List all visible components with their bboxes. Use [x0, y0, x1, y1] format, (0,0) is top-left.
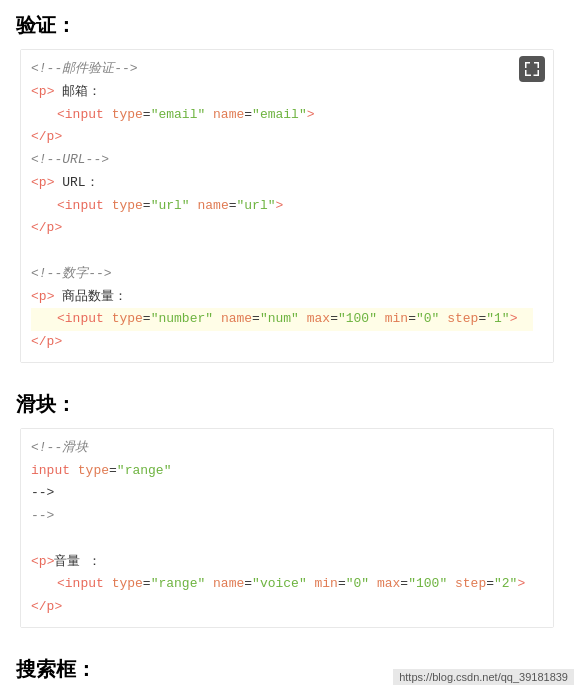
code-line: <p> URL： — [31, 172, 533, 195]
tag-name: p — [39, 84, 47, 99]
tag-close: > — [307, 107, 315, 122]
slider-section: 滑块： <!--滑块 input type="range" --> --> <p… — [0, 379, 574, 636]
code-content: <!--邮件验证--> <p> 邮箱： <input type="email" … — [21, 50, 553, 362]
code-line: <p> 商品数量： — [31, 286, 533, 309]
code-line: </p> — [31, 126, 533, 149]
code-line: <input type="url" name="url"> — [31, 195, 533, 218]
code-line: --> — [31, 505, 533, 528]
validation-code-block: <!--邮件验证--> <p> 邮箱： <input type="email" … — [20, 49, 554, 363]
tag-bracket: < — [57, 107, 65, 122]
comment-text: <!--邮件验证--> — [31, 61, 138, 76]
code-line: input type="range" — [31, 460, 533, 483]
code-line: <!--数字--> — [31, 263, 533, 286]
code-line: </p> — [31, 331, 533, 354]
expand-icon — [524, 61, 540, 77]
code-line: <input type="range" name="voice" min="0"… — [31, 573, 533, 596]
slider-code-block: <!--滑块 input type="range" --> --> <p>音量 … — [20, 428, 554, 628]
code-line: <input type="email" name="email"> — [31, 104, 533, 127]
validation-section: 验证： <!--邮件验证--> <p> 邮箱： <input type="ema… — [0, 0, 574, 371]
code-line: <!--滑块 — [31, 437, 533, 460]
tag-bracket: < — [31, 84, 39, 99]
value-email: "email" — [151, 107, 206, 122]
code-line: <p> 邮箱： — [31, 81, 533, 104]
comment-number: <!--数字--> — [31, 266, 112, 281]
code-line: <!--邮件验证--> — [31, 58, 533, 81]
code-line: <p>音量 ： — [31, 551, 533, 574]
validation-title: 验证： — [16, 12, 558, 39]
comment-url: <!--URL--> — [31, 152, 109, 167]
code-line-empty — [31, 528, 533, 551]
attr-name: name — [205, 107, 244, 122]
expand-button[interactable] — [519, 56, 545, 82]
code-line: </p> — [31, 596, 533, 619]
text-content: 邮箱： — [54, 84, 101, 99]
code-line: </p> — [31, 217, 533, 240]
tag-name-input: input — [65, 107, 104, 122]
url-text: https://blog.csdn.net/qq_39181839 — [399, 671, 568, 683]
url-bar: https://blog.csdn.net/qq_39181839 — [393, 669, 574, 685]
slider-title: 滑块： — [16, 391, 558, 418]
code-line: <!--URL--> — [31, 149, 533, 172]
slider-code-content: <!--滑块 input type="range" --> --> <p>音量 … — [21, 429, 553, 627]
value-email-name: "email" — [252, 107, 307, 122]
code-line-empty — [31, 240, 533, 263]
code-line-highlighted: <input type="number" name="num" max="100… — [31, 308, 533, 331]
attr-type: type — [104, 107, 143, 122]
